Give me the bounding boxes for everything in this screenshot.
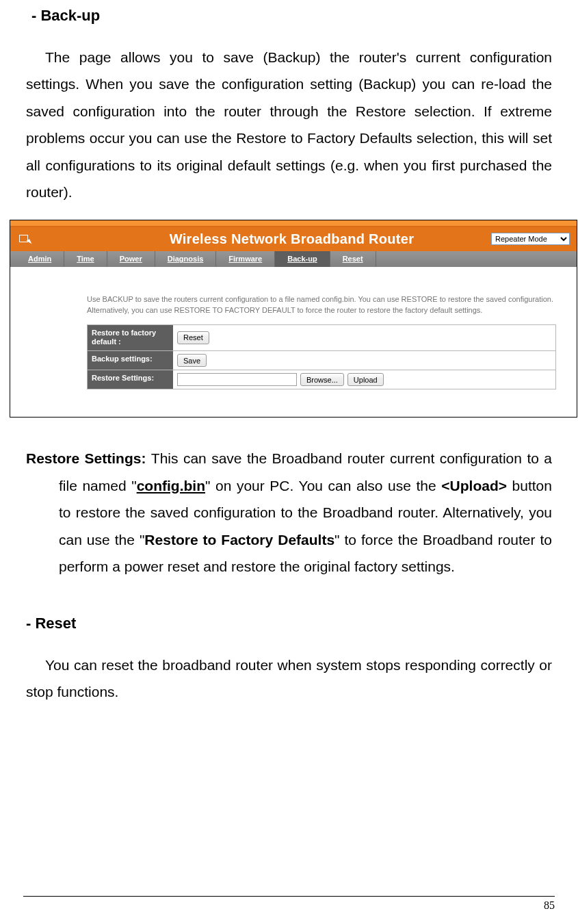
tab-diagnosis[interactable]: Diagnosis [155,251,217,267]
heading-backup: - Back-up [31,7,552,25]
restore-upload-bold: <Upload> [441,478,507,493]
router-tab-bar: Admin Time Power Diagnosis Firmware Back… [10,251,577,267]
mode-select[interactable]: Repeater Mode [491,233,570,245]
settings-table: Restore to factory default : Reset Backu… [87,324,556,390]
router-title-bar: Wireless Network Broadband Router Repeat… [10,227,577,251]
label-restore-settings: Restore Settings: [88,370,173,389]
tab-reset[interactable]: Reset [330,251,376,267]
router-title: Wireless Network Broadband Router [108,231,415,247]
router-screenshot: Wireless Network Broadband Router Repeat… [10,220,577,418]
tab-backup[interactable]: Back-up [275,251,330,267]
restore-file-input[interactable] [177,373,297,386]
row-factory-default: Restore to factory default : Reset [87,324,556,352]
label-backup-settings: Backup settings: [88,351,173,370]
tab-firmware[interactable]: Firmware [216,251,275,267]
tab-time[interactable]: Time [64,251,107,267]
orange-top-bar [10,220,577,226]
reset-button[interactable]: Reset [177,331,209,344]
paragraph-backup: The page allows you to save (Backup) the… [26,44,552,206]
heading-reset: - Reset [26,615,552,632]
label-factory-default: Restore to factory default : [88,325,173,351]
restore-factory-bold: Restore to Factory Defaults [144,532,334,548]
router-intro-text: Use BACKUP to save the routers current c… [87,294,556,316]
app-icon [17,233,31,245]
restore-configbin: config.bin [137,478,205,493]
paragraph-reset: You can reset the broadband router when … [26,652,552,706]
tab-power[interactable]: Power [107,251,155,267]
restore-settings-label: Restore Settings: [26,450,151,466]
page-number: 85 [544,899,555,911]
restore-seg2: " on your PC. You can also use the [205,478,441,493]
save-button[interactable]: Save [177,354,207,367]
upload-button[interactable]: Upload [347,373,384,386]
row-restore-settings: Restore Settings: Browse... Upload [87,370,556,389]
browse-button[interactable]: Browse... [300,373,344,386]
row-backup-settings: Backup settings: Save [87,351,556,370]
page-footer: 85 [23,896,555,912]
tab-admin[interactable]: Admin [16,251,64,267]
paragraph-restore-settings: Restore Settings: This can save the Broa… [59,445,552,580]
